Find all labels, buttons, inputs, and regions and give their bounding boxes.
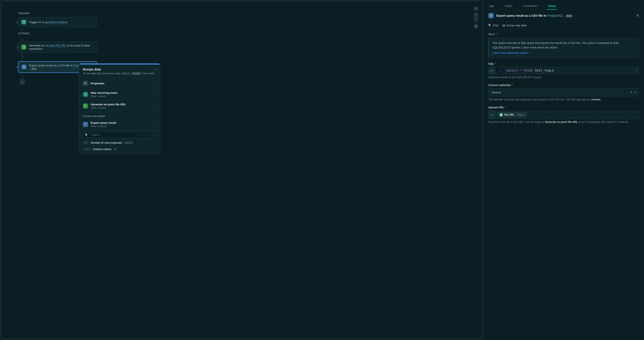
svg-rect-6 [84, 82, 86, 83]
arrow-down-icon [21, 77, 23, 78]
svg-point-12 [84, 123, 86, 124]
recipe-item-label: Generate on-prem file URL [90, 103, 153, 106]
schedule-icon [83, 92, 88, 97]
upload-url-label: Upload URL * [488, 106, 639, 109]
output-value: 100500 [124, 141, 132, 144]
recipe-item-trigger-output[interactable]: New recurring event (Step 1 output) › [79, 89, 160, 100]
number-type-icon: 123 [83, 141, 88, 144]
sql-input[interactable]: SQL 1 SELECT * FROM TEST_TABLE ⇕ [488, 67, 639, 74]
file-url-datapill[interactable]: 📄 File URL Step 2 [498, 112, 526, 117]
onprem-file-icon: 📄 [500, 113, 503, 116]
recipe-item-label: New recurring event [90, 91, 153, 94]
current-step-output-label: Current step output [79, 112, 160, 119]
arrow-right-icon: → [498, 4, 501, 8]
expand-icon[interactable]: ⇕ [634, 67, 639, 74]
svg-rect-7 [84, 83, 86, 83]
group-icon: ▤ [502, 24, 505, 27]
output-value: ID [114, 148, 116, 151]
help-box: This action executes a SQL query and exp… [488, 38, 639, 58]
external-link-icon: ↗ [528, 51, 530, 55]
close-button[interactable]: ✕ [636, 13, 639, 18]
trigger-section-label: TRIGGER [18, 12, 482, 14]
schedule-icon [21, 19, 26, 25]
onprem-file-icon [21, 44, 26, 50]
recipe-item-sublabel: (Step 1 output) [90, 95, 153, 97]
recipe-item-current-output[interactable]: Export query result (Step 3 output) ⌄ [79, 119, 160, 130]
search-icon: 🔍 [488, 24, 492, 27]
recipe-data-subtitle: To use data from a previous step, drag i… [83, 72, 156, 75]
search-icon: 🔍 [83, 133, 90, 137]
recipe-data-panel: Recipe data To use data from a previous … [79, 63, 160, 154]
zoom-in-button[interactable]: + [474, 13, 478, 17]
onprem-file-icon [83, 103, 88, 109]
tab-app[interactable]: App [488, 2, 495, 10]
recipe-canvas[interactable]: TRIGGER 1 Trigger on a specified schedul… [0, 0, 483, 340]
bulk-badge: Bulk [30, 67, 38, 70]
postgresql-icon [22, 64, 26, 70]
clear-button[interactable]: ✕ [630, 91, 632, 94]
chevron-right-icon: › [155, 93, 156, 96]
chevron-down-icon[interactable]: ▾ [634, 91, 636, 94]
tab-setup[interactable]: Setup [547, 2, 556, 10]
action-step-card[interactable]: Generate an on-prem file URL to be used … [18, 41, 97, 53]
delimiter-value: comma [492, 91, 630, 94]
svg-rect-0 [22, 21, 25, 23]
sql-label: SQL * [488, 62, 639, 65]
chevron-down-icon: ⌄ [154, 123, 156, 126]
svg-point-13 [490, 14, 492, 15]
step-text: Trigger on a specified schedule [29, 20, 68, 24]
delimiter-select[interactable]: comma ✕ ▾ [488, 88, 639, 96]
recipe-item-properties[interactable]: Properties › [79, 78, 160, 89]
recipe-search-input[interactable] [90, 133, 140, 136]
zoom-out-button[interactable]: − [474, 17, 478, 22]
collapse-icon[interactable]: ⤢ [155, 67, 157, 71]
recipe-search-bar: 🔍 ⌃ ⌄ ✕ [83, 132, 156, 138]
search-clear-button[interactable]: ✕ [151, 132, 156, 138]
fit-view-button[interactable]: ⊞ [474, 24, 478, 28]
string-type-icon: [abc] [83, 148, 91, 151]
chevron-right-icon: › [155, 82, 156, 85]
trigger-step-card[interactable]: Trigger on a specified schedule [18, 17, 97, 27]
sql-help-text: Export the results of this SQL (SELECT) … [488, 75, 639, 79]
help-toggle[interactable]: HELP ⌃ [488, 33, 639, 35]
step-number: 2 [12, 46, 18, 49]
actions-section-label: ACTIONS [18, 32, 482, 35]
tab-connection[interactable]: Connection [522, 2, 538, 10]
recipe-item-sublabel: (Step 2 output) [90, 106, 153, 109]
sql-code-editor[interactable]: SELECT * FROM TEST_TABLE [504, 67, 634, 74]
upload-url-input[interactable]: ABC 📄 File URL Step 2 [488, 111, 639, 119]
upload-url-help-text: Export the CSV file to this URL. Use the… [488, 120, 639, 124]
tab-action[interactable]: Action [504, 2, 513, 10]
arrow-right-icon: → [516, 4, 519, 8]
find-button[interactable]: 🔍 Find [488, 24, 498, 27]
svg-rect-4 [23, 46, 24, 48]
step-number: 1 [12, 20, 18, 24]
output-datapill-row[interactable]: 123 Number of rows exported 100500 [79, 140, 160, 146]
arrow-right-icon: → [541, 4, 544, 8]
group-map-data-button[interactable]: ▤ Group map data [502, 24, 526, 27]
svg-rect-9 [84, 93, 86, 95]
text-mode-icon[interactable]: ABC [488, 111, 495, 119]
chevron-right-icon: › [155, 104, 156, 107]
panel-title: Export query result as a CSV file in Pos… [496, 14, 634, 17]
step-number: 3 [12, 65, 18, 69]
svg-rect-8 [84, 84, 86, 84]
recipe-item-label: Properties [90, 82, 153, 85]
undo-button[interactable]: ↻ [474, 6, 478, 11]
step-text: Generate an on-prem file URL to be used … [29, 44, 94, 50]
output-label: Column names [93, 148, 112, 151]
output-label: Number of rows exported [90, 141, 122, 144]
output-datapill-row[interactable]: [abc] Column names ID [79, 146, 160, 154]
postgresql-icon [83, 122, 88, 127]
bulk-badge: Bulk [565, 14, 573, 17]
delimiter-label: Column delimiter * [488, 83, 639, 87]
search-prev-button[interactable]: ⌃ [140, 132, 146, 138]
recipe-item-sublabel: (Step 3 output) [90, 125, 151, 127]
search-next-button[interactable]: ⌄ [146, 132, 151, 138]
add-step-button[interactable]: + [20, 79, 25, 85]
recipe-item-label: Export query result [90, 121, 151, 124]
sql-mode-icon[interactable]: SQL [488, 67, 495, 74]
recipe-item-step2-output[interactable]: Generate on-prem file URL (Step 2 output… [79, 100, 160, 112]
postgresql-icon [488, 13, 494, 18]
learn-more-link[interactable]: Learn more about this action ↗ [492, 51, 530, 55]
